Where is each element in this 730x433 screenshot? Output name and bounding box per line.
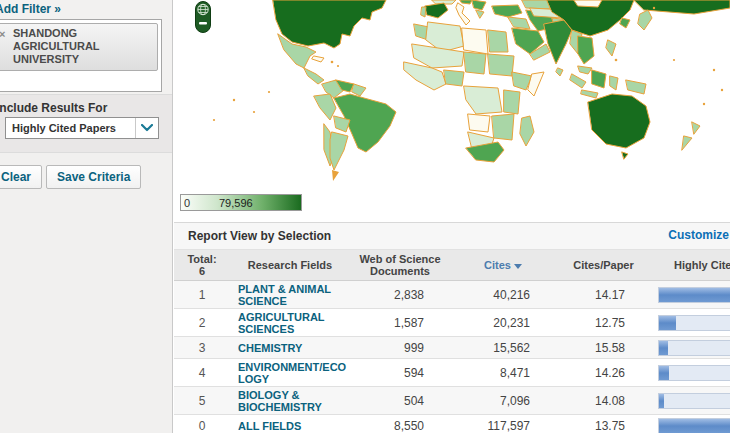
include-results-section: Include Results For Highly Cited Papers [0,94,172,153]
docs-cell: 999 [350,341,450,355]
customize-link[interactable]: Customize [668,228,729,242]
docs-cell: 1,587 [350,316,450,330]
country-spain[interactable] [425,3,448,18]
column-header-highly-cited[interactable]: Highly Cited Papers [651,259,730,271]
cites-cell: 8,471 [450,366,556,380]
bar-fill [659,366,669,380]
report-table-panel: Report View by Selection Customize Total… [174,222,730,433]
table-row: 3 CHEMISTRY 999 15,562 15.58 [174,337,730,359]
table-row: 2 AGRICULTURAL SCIENCES 1,587 20,231 12.… [174,309,730,337]
rank-cell: 0 [174,419,230,433]
cites-per-paper-cell: 15.58 [556,341,651,355]
country-madagascar[interactable] [520,116,534,146]
docs-cell: 594 [350,366,450,380]
cites-cell: 15,562 [450,341,556,355]
include-results-label: Include Results For [0,101,107,115]
country-turkey[interactable] [492,5,522,17]
cites-cell: 20,231 [450,316,556,330]
clear-button[interactable]: Clear [0,165,42,189]
legend-max-value: 79,596 [219,197,253,209]
country-australia[interactable] [588,94,650,148]
bar-track [658,315,730,331]
map-zoom-control[interactable] [195,1,211,33]
country-usa[interactable] [273,0,386,48]
cites-per-paper-cell: 13.75 [556,419,651,433]
column-header-cites-per-paper[interactable]: Cites/Paper [556,259,651,271]
table-header-row: Total: 6 Research Fields Web of Science … [174,250,730,281]
rank-cell: 5 [174,394,230,408]
zoom-out-minus-icon [199,22,207,25]
filter-tag-label: SHANDONG AGRICULTURAL UNIVERSITY [13,27,113,66]
world-choropleth-map[interactable] [174,0,730,192]
criteria-actions-section: Clear Save Criteria [0,152,172,433]
highly-cited-bar-cell [651,393,730,409]
highly-cited-bar-cell [651,418,730,433]
field-link[interactable]: AGRICULTURAL SCIENCES [230,311,350,335]
country-italy[interactable] [456,3,470,25]
filter-tag-institution[interactable]: × SHANDONG AGRICULTURAL UNIVERSITY [0,23,158,71]
results-type-dropdown[interactable]: Highly Cited Papers [5,117,159,139]
bar-track [658,340,730,356]
rank-cell: 1 [174,288,230,302]
highly-cited-bar-cell [651,365,730,381]
field-link[interactable]: ENVIRONMENT/ECOLOGY [230,361,350,385]
active-filters-box: × SHANDONG AGRICULTURAL UNIVERSITY [0,19,162,92]
cites-per-paper-cell: 12.75 [556,316,651,330]
rank-cell: 2 [174,316,230,330]
bar-track [658,365,730,381]
cites-cell: 7,096 [450,394,556,408]
remove-filter-icon[interactable]: × [0,28,5,40]
choropleth-legend: 0 79,596 [180,194,302,211]
rank-cell: 4 [174,366,230,380]
bar-track [658,287,730,303]
save-criteria-button[interactable]: Save Criteria [46,165,141,189]
report-header-band: Report View by Selection Customize [174,222,730,250]
country-japan[interactable] [638,10,652,30]
cites-per-paper-cell: 14.08 [556,394,651,408]
column-header-research-fields[interactable]: Research Fields [230,259,350,271]
docs-cell: 504 [350,394,450,408]
bar-track [658,418,730,433]
country-argentina[interactable] [330,132,348,170]
results-type-value: Highly Cited Papers [6,122,135,134]
cites-cell: 117,597 [450,419,556,433]
table-row-all-fields: 0 ALL FIELDS 8,550 117,597 13.75 [174,415,730,433]
column-header-documents[interactable]: Web of Science Documents [350,253,450,277]
report-title: Report View by Selection [174,229,331,243]
filter-sidebar: Add Filter » × SHANDONG AGRICULTURAL UNI… [0,0,173,433]
bar-fill [659,316,676,330]
field-link[interactable]: BIOLOGY & BIOCHEMISTRY [230,389,350,413]
docs-cell: 8,550 [350,419,450,433]
add-filter-link[interactable]: Add Filter » [0,2,61,16]
table-row: 1 PLANT & ANIMAL SCIENCE 2,838 40,216 14… [174,281,730,309]
bar-fill [659,288,730,302]
world-map-panel: 0 79,596 [174,0,730,220]
field-link[interactable]: CHEMISTRY [230,342,350,354]
highly-cited-bar-cell [651,287,730,303]
rank-cell: 3 [174,341,230,355]
docs-cell: 2,838 [350,288,450,302]
bar-fill [659,341,668,355]
cites-per-paper-cell: 14.26 [556,366,651,380]
bar-fill [659,394,664,408]
cites-per-paper-cell: 14.17 [556,288,651,302]
sort-desc-icon [514,264,522,269]
country-nigeria[interactable] [444,70,464,86]
total-count-header: Total: 6 [174,253,230,277]
country-india[interactable] [544,20,572,64]
table-row: 4 ENVIRONMENT/ECOLOGY 594 8,471 14.26 [174,359,730,387]
country-new-zealand[interactable] [692,122,700,134]
esi-report-page: Add Filter » × SHANDONG AGRICULTURAL UNI… [0,0,730,433]
highly-cited-bar-cell [651,315,730,331]
field-link[interactable]: PLANT & ANIMAL SCIENCE [230,283,350,307]
highly-cited-bar-cell [651,340,730,356]
column-header-cites[interactable]: Cites [450,259,556,271]
legend-min-value: 0 [184,197,190,209]
cites-cell: 40,216 [450,288,556,302]
globe-icon [198,4,208,14]
field-link[interactable]: ALL FIELDS [230,420,350,432]
bar-track [658,393,730,409]
chevron-down-icon[interactable] [135,118,158,138]
table-row: 5 BIOLOGY & BIOCHEMISTRY 504 7,096 14.08 [174,387,730,415]
bar-fill [659,419,730,433]
